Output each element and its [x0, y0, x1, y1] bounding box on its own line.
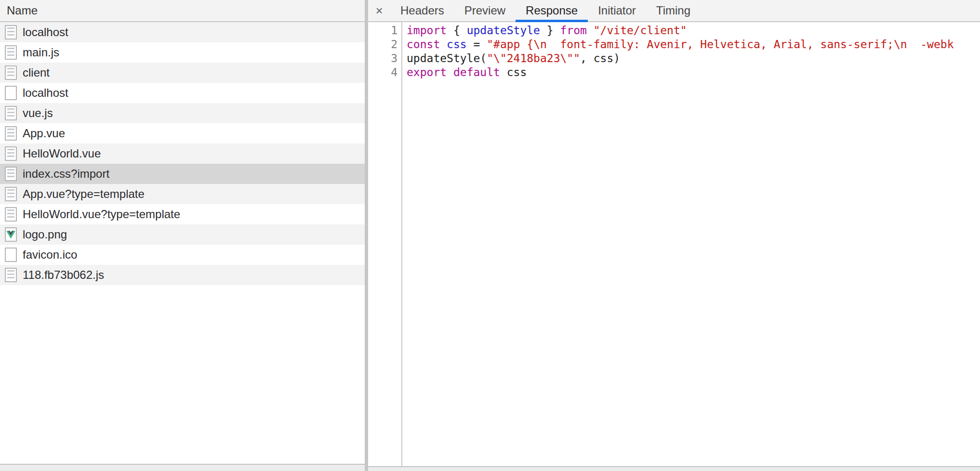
response-code-editor[interactable]: 1234 import { updateStyle } from "/vite/… — [368, 22, 980, 466]
line-number: 3 — [368, 52, 397, 65]
tab-initiator[interactable]: Initiator — [588, 0, 646, 21]
request-list: localhost main.js client localhost vue.j… — [0, 22, 365, 464]
code-token: css — [447, 38, 467, 51]
request-row[interactable]: App.vue — [0, 123, 365, 144]
name-column-header: Name — [7, 4, 38, 17]
detail-tab-bar: × Headers Preview Response Initiator Tim… — [368, 0, 980, 22]
code-token: from — [560, 24, 587, 37]
vue-logo-icon — [5, 227, 17, 242]
code-token — [587, 24, 594, 37]
close-icon: × — [375, 3, 383, 18]
code-token: , css) — [580, 52, 620, 65]
document-icon — [5, 65, 17, 80]
code-token: export — [407, 66, 447, 78]
tab-preview[interactable]: Preview — [454, 0, 516, 21]
request-row[interactable]: localhost — [0, 22, 365, 42]
code-token — [500, 66, 507, 78]
line-number: 2 — [368, 38, 397, 52]
document-icon — [5, 268, 17, 282]
code-token: = — [467, 38, 487, 51]
line-number: 1 — [368, 24, 397, 38]
line-number-gutter: 1234 — [368, 22, 402, 466]
document-icon — [5, 45, 17, 60]
editor-horizontal-scrollbar[interactable] — [368, 466, 980, 471]
tab-timing[interactable]: Timing — [646, 0, 701, 21]
document-icon — [5, 207, 17, 222]
code-line: updateStyle("\"2418ba23\"", css) — [407, 52, 980, 65]
code-token: } — [540, 24, 560, 37]
code-line: export default css — [407, 65, 980, 79]
tab-label: Headers — [400, 4, 444, 17]
request-row[interactable]: logo.png — [0, 224, 365, 245]
request-row[interactable]: main.js — [0, 42, 365, 63]
panel-splitter[interactable] — [365, 0, 368, 471]
tab-label: Timing — [656, 4, 690, 17]
document-icon — [5, 167, 17, 181]
document-icon — [5, 106, 17, 120]
request-row[interactable]: vue.js — [0, 103, 365, 123]
code-token: const — [407, 38, 440, 51]
document-icon — [5, 126, 17, 141]
request-row[interactable]: localhost — [0, 83, 365, 103]
code-token: updateStyle — [467, 24, 540, 37]
network-request-list-panel: Name localhost main.js client localhost … — [0, 0, 365, 471]
code-content: import { updateStyle } from "/vite/clien… — [402, 22, 980, 466]
network-summary-bar — [0, 464, 365, 471]
code-line: import { updateStyle } from "/vite/clien… — [407, 24, 980, 38]
request-row[interactable]: 118.fb73b062.js — [0, 265, 365, 285]
request-row[interactable]: index.css?import — [0, 164, 365, 184]
request-row[interactable]: client — [0, 63, 365, 83]
code-token — [447, 66, 453, 78]
code-token: "#app {\n font-family: Avenir, Helvetica… — [487, 38, 954, 51]
plain-file-icon — [5, 248, 17, 262]
document-icon — [5, 187, 17, 201]
request-row[interactable]: HelloWorld.vue — [0, 144, 365, 164]
close-detail-button[interactable]: × — [368, 0, 390, 21]
tab-headers[interactable]: Headers — [390, 0, 454, 21]
line-number: 4 — [368, 65, 397, 79]
request-detail-panel: × Headers Preview Response Initiator Tim… — [368, 0, 980, 471]
tab-label: Initiator — [598, 4, 636, 17]
code-token: { — [447, 24, 467, 37]
code-token — [440, 38, 447, 51]
document-icon — [5, 146, 17, 161]
plain-file-icon — [5, 86, 17, 100]
tab-response[interactable]: Response — [516, 0, 588, 21]
request-list-header[interactable]: Name — [0, 0, 365, 22]
request-row[interactable]: favicon.ico — [0, 245, 365, 265]
request-row[interactable]: HelloWorld.vue?type=template — [0, 204, 365, 224]
code-line: const css = "#app {\n font-family: Aveni… — [407, 38, 980, 52]
code-token: "\"2418ba23\"" — [487, 52, 580, 65]
devtools-network-panel: Name localhost main.js client localhost … — [0, 0, 980, 471]
code-token: default — [453, 66, 500, 78]
code-token: updateStyle( — [407, 52, 487, 65]
tab-label: Preview — [464, 4, 505, 17]
code-token: import — [407, 24, 447, 37]
code-token: css — [507, 66, 527, 78]
tab-label: Response — [526, 4, 578, 17]
code-token: "/vite/client" — [594, 24, 687, 37]
document-icon — [5, 25, 17, 39]
request-row[interactable]: App.vue?type=template — [0, 184, 365, 204]
